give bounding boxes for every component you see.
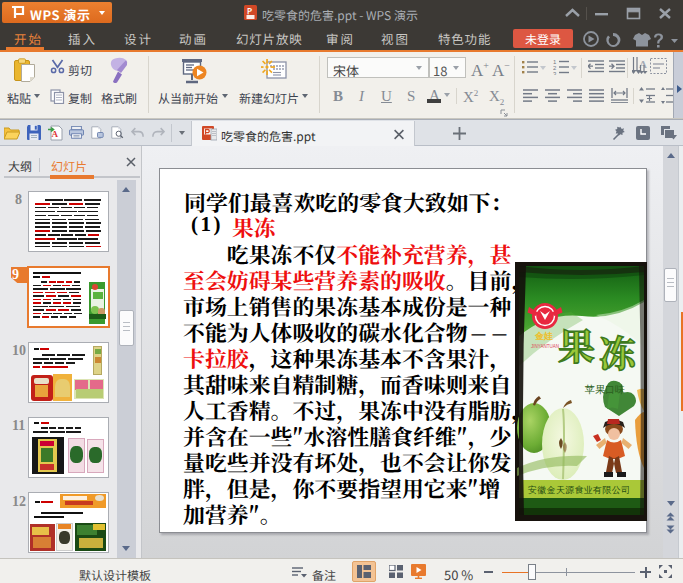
svg-text:3: 3: [553, 71, 557, 76]
svg-text:安徽金天源食业有限公司: 安徽金天源食业有限公司: [528, 483, 630, 496]
svg-text:金娃: 金娃: [534, 329, 553, 342]
svg-text:P: P: [247, 5, 252, 16]
svg-text:苹果口味: 苹果口味: [584, 381, 625, 396]
svg-text:JINYANTUAN: JINYANTUAN: [531, 344, 559, 349]
svg-text:冻: 冻: [599, 324, 639, 378]
svg-text:果: 果: [558, 317, 595, 371]
